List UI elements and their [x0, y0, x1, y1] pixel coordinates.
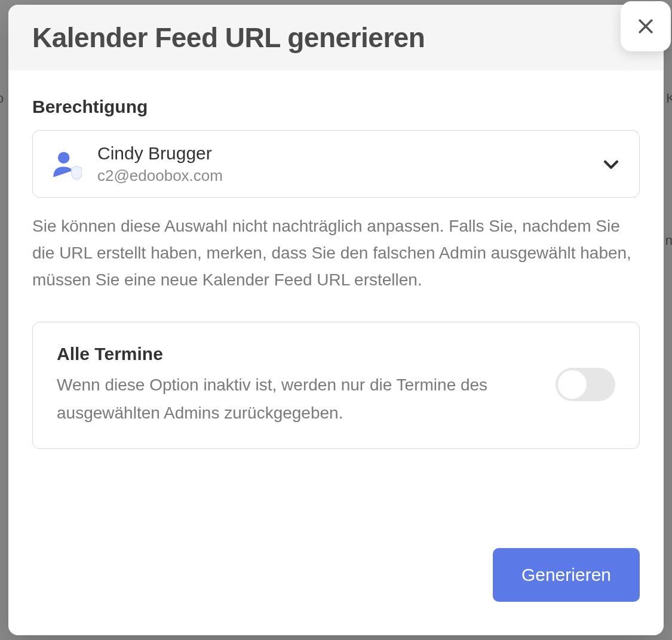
user-name: Cindy Brugger: [97, 143, 601, 164]
modal-header: Kalender Feed URL generieren: [8, 5, 664, 70]
svg-point-0: [58, 152, 70, 163]
permission-help-text: Sie können diese Auswahl nicht nachträgl…: [32, 213, 640, 293]
bg-text-fragment: ns: [665, 233, 672, 248]
all-appointments-toggle[interactable]: [556, 368, 615, 401]
bg-text-fragment: o: [0, 91, 4, 106]
user-info: Cindy Brugger c2@edoobox.com: [97, 143, 601, 185]
permission-label: Berechtigung: [32, 97, 640, 117]
modal-footer: Generieren: [8, 536, 664, 635]
bg-text-fragment: K: [666, 91, 672, 106]
toggle-knob: [558, 370, 587, 399]
option-text: Alle Termine Wenn diese Option inaktiv i…: [57, 344, 538, 426]
all-appointments-option: Alle Termine Wenn diese Option inaktiv i…: [32, 322, 640, 448]
close-button[interactable]: [621, 1, 671, 51]
option-title: Alle Termine: [57, 344, 538, 364]
modal-title: Kalender Feed URL generieren: [32, 21, 640, 54]
modal-body: Berechtigung Cindy Brugger c2@edoobox.co…: [8, 70, 664, 536]
chevron-down-icon: [601, 154, 621, 174]
option-description: Wenn diese Option inaktiv ist, werden nu…: [57, 371, 538, 426]
user-shield-icon: [51, 149, 82, 180]
calendar-feed-modal: Kalender Feed URL generieren Berechtigun…: [8, 5, 664, 635]
close-icon: [636, 16, 656, 36]
generate-button[interactable]: Generieren: [493, 548, 640, 602]
user-email: c2@edoobox.com: [97, 167, 601, 185]
permission-select[interactable]: Cindy Brugger c2@edoobox.com: [32, 130, 640, 198]
